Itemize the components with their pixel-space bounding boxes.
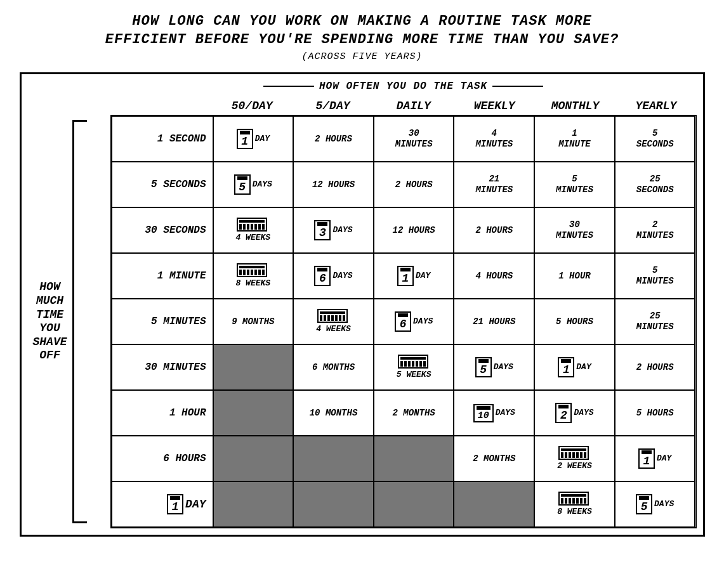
how-often-label: HOW OFTEN YOU DO THE TASK [263,81,543,92]
row-label-0: 1 SECOND [112,116,213,162]
cell-r1-c1: 12 HOURS [293,162,374,207]
cell-r1-c5: 25SECONDS [615,162,695,207]
cell-r8-c4: 8 WEEKS [534,481,615,527]
cell-r0-c1: 2 HOURS [293,116,374,162]
cell-r5-c4: 1DAY [534,344,615,390]
cell-r6-c3: 10DAYS [454,390,534,436]
grid-table: 1 SECOND1DAY2 HOURS30MINUTES4MINUTES1MIN… [110,115,697,528]
row-label-4: 5 MINUTES [112,299,213,344]
col-header-5: YEARLY [615,97,696,115]
cell-r3-c2: 1DAY [374,253,454,299]
cell-r7-c5: 1DAY [615,436,695,481]
cell-r7-c0 [213,436,294,481]
cell-r5-c1: 6 MONTHS [293,344,374,390]
cell-r3-c4: 1 HOUR [534,253,615,299]
cell-r5-c3: 5DAYS [454,344,534,390]
left-axis-label: HOWMUCHTIMEYOUSHAVEOFF [32,280,67,363]
cell-r8-c1 [293,481,374,527]
row-label-3: 1 MINUTE [112,253,213,299]
cell-r1-c2: 2 HOURS [374,162,454,207]
cell-r4-c2: 6DAYS [374,299,454,344]
cell-r1-c4: 5MINUTES [534,162,615,207]
cell-r2-c0: 4 WEEKS [213,207,294,253]
cell-r0-c4: 1MINUTE [534,116,615,162]
how-often-label-area: HOW OFTEN YOU DO THE TASK [110,81,697,92]
row-label-5: 30 MINUTES [112,344,213,390]
cell-r0-c0: 1DAY [213,116,294,162]
cell-r5-c2: 5 WEEKS [374,344,454,390]
col-header-1: 5/DAY [293,97,373,115]
cell-r2-c4: 30MINUTES [534,207,615,253]
cell-r6-c0 [213,390,294,436]
row-label-8: 1DAY [112,481,213,527]
cell-r2-c3: 2 HOURS [454,207,534,253]
row-label-7: 6 HOURS [112,436,213,481]
cell-r1-c3: 21MINUTES [454,162,534,207]
cell-r4-c5: 25MINUTES [615,299,695,344]
cell-r7-c4: 2 WEEKS [534,436,615,481]
cell-r3-c0: 8 WEEKS [213,253,294,299]
cell-r4-c1: 4 WEEKS [293,299,374,344]
cell-r3-c1: 6DAYS [293,253,374,299]
cell-r7-c2 [374,436,454,481]
cell-r0-c5: 5SECONDS [615,116,695,162]
cell-r5-c5: 2 HOURS [615,344,695,390]
chart-border: HOW OFTEN YOU DO THE TASK 50/DAY 5/DAY D… [20,72,705,537]
cell-r4-c3: 21 HOURS [454,299,534,344]
cell-r6-c5: 5 HOURS [615,390,695,436]
cell-r6-c1: 10 MONTHS [293,390,374,436]
cell-r3-c3: 4 HOURS [454,253,534,299]
cell-r6-c4: 2DAYS [534,390,615,436]
cell-r5-c0 [213,344,294,390]
col-header-4: MONTHLY [535,97,615,115]
cell-r8-c0 [213,481,294,527]
col-headers: 50/DAY 5/DAY DAILY WEEKLY MONTHLY YEARLY [110,97,697,115]
cell-r0-c3: 4MINUTES [454,116,534,162]
row-label-2: 30 SECONDS [112,207,213,253]
page-wrapper: HOW LONG CAN YOU WORK ON MAKING A ROUTIN… [0,0,724,588]
col-header-3: WEEKLY [454,97,535,115]
cell-r8-c2 [374,481,454,527]
col-header-0: 50/DAY [212,97,293,115]
cell-r0-c2: 30MINUTES [374,116,454,162]
cell-r6-c2: 2 MONTHS [374,390,454,436]
row-label-6: 1 HOUR [112,390,213,436]
cell-r7-c3: 2 MONTHS [454,436,534,481]
cell-r2-c2: 12 HOURS [374,207,454,253]
cell-r4-c0: 9 MONTHS [213,299,294,344]
cell-r8-c3 [454,481,534,527]
cell-r2-c5: 2MINUTES [615,207,695,253]
cell-r4-c4: 5 HOURS [534,299,615,344]
cell-r8-c5: 5DAYS [615,481,695,527]
cell-r3-c5: 5MINUTES [615,253,695,299]
subtitle: (ACROSS FIVE YEARS) [301,51,422,62]
cell-r1-c0: 5DAYS [213,162,294,207]
main-title: HOW LONG CAN YOU WORK ON MAKING A ROUTIN… [105,13,619,49]
col-header-2: DAILY [373,97,454,115]
cell-r7-c1 [293,436,374,481]
row-label-1: 5 SECONDS [112,162,213,207]
cell-r2-c1: 3DAYS [293,207,374,253]
